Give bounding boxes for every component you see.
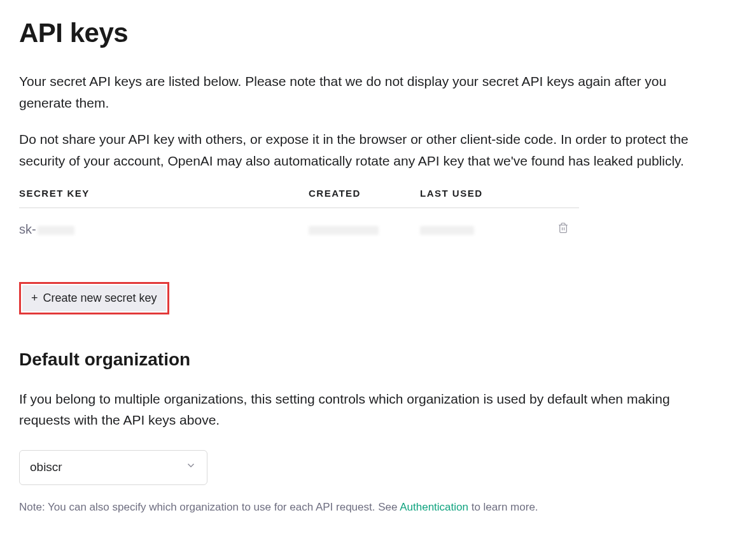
note-suffix: to learn more.: [468, 501, 538, 513]
header-actions: [535, 187, 579, 201]
trash-icon[interactable]: [557, 222, 579, 236]
key-redacted: [38, 226, 74, 235]
default-org-select[interactable]: obiscr: [19, 450, 207, 485]
authentication-link[interactable]: Authentication: [400, 501, 468, 513]
org-note: Note: You can also specify which organiz…: [19, 499, 737, 516]
cell-actions: [535, 220, 579, 239]
cell-created: [309, 220, 420, 239]
header-created: CREATED: [309, 187, 420, 201]
header-secret-key: SECRET KEY: [19, 187, 309, 201]
create-button-highlight: + Create new secret key: [19, 282, 169, 314]
table-row: sk-: [19, 208, 579, 257]
api-keys-table: SECRET KEY CREATED LAST USED sk-: [19, 187, 579, 257]
create-button-label: Create new secret key: [43, 292, 157, 305]
create-new-secret-key-button[interactable]: + Create new secret key: [22, 285, 166, 311]
chevron-down-icon: [185, 458, 197, 477]
default-org-description: If you belong to multiple organizations,…: [19, 388, 719, 431]
cell-last-used: [420, 220, 535, 239]
plus-icon: +: [31, 292, 38, 305]
intro-paragraph-2: Do not share your API key with others, o…: [19, 129, 719, 171]
note-prefix: Note: You can also specify which organiz…: [19, 501, 400, 513]
created-redacted: [309, 226, 379, 235]
lastused-redacted: [420, 226, 474, 235]
header-last-used: LAST USED: [420, 187, 535, 201]
intro-paragraph-1: Your secret API keys are listed below. P…: [19, 71, 719, 113]
table-header-row: SECRET KEY CREATED LAST USED: [19, 187, 579, 208]
cell-secret-key: sk-: [19, 220, 309, 239]
key-prefix: sk-: [19, 222, 36, 236]
page-title: API keys: [19, 13, 737, 53]
default-org-heading: Default organization: [19, 346, 737, 373]
org-select-value: obiscr: [30, 458, 62, 477]
